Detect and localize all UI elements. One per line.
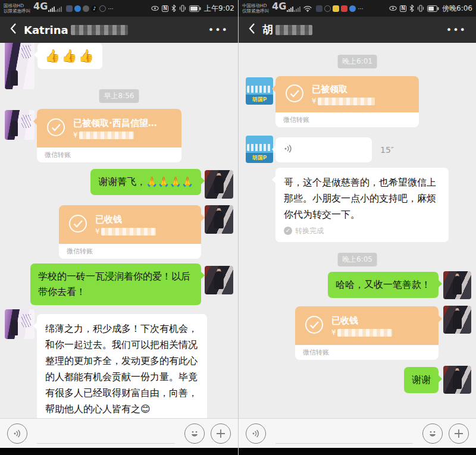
user-avatar[interactable]	[205, 205, 233, 234]
contact-avatar[interactable]	[5, 309, 35, 339]
transfer-message[interactable]: 已被领取 ¥ 微信转账	[275, 76, 419, 127]
user-avatar[interactable]	[205, 266, 233, 294]
notification-app-icon	[99, 5, 106, 12]
voice-duration: 15″	[380, 145, 394, 155]
transfer-footer: 微信转账	[275, 112, 419, 127]
status-time: 上午9:02	[204, 4, 234, 14]
left-phone-screen: 国移动HD 以限紧急呼叫 4G ♪ ⋯ N 上午9:02	[0, 0, 238, 455]
android-nav-strip	[239, 448, 476, 455]
chat-title: 胡	[262, 23, 312, 37]
user-avatar[interactable]	[443, 306, 471, 334]
timestamp: 晚上6:05	[337, 253, 377, 266]
text-message[interactable]: 学校的一砖一瓦浸润着你的爱！以后带你去看！	[30, 263, 201, 305]
message-input[interactable]	[275, 423, 413, 444]
left-status-bar: 国移动HD 以限紧急呼叫 4G ♪ ⋯ N 上午9:02	[0, 0, 238, 17]
user-avatar[interactable]	[443, 271, 471, 299]
voice-transcript-message[interactable]: 哥，这个是做慈善的，也希望微信上那些。小朋友一点小的支持吧，麻烦你代为转交一下。…	[275, 168, 449, 242]
carrier-line1: 国移动HD	[4, 3, 30, 8]
eye-icon	[389, 5, 397, 11]
timestamp: 早上8:56	[99, 89, 139, 103]
bluetooth-icon	[171, 5, 176, 12]
text-message[interactable]: 绵薄之力，积少成多！下次有机会，和你一起过去。我们可以把相关情况整理的更加齐全，…	[37, 314, 207, 418]
contact-avatar[interactable]	[5, 43, 35, 89]
contact-avatar[interactable]: 胡国P	[246, 136, 273, 163]
currency-symbol: ¥	[95, 227, 100, 236]
more-menu-icon[interactable]: •••	[446, 24, 466, 36]
voice-input-button[interactable]	[246, 423, 266, 444]
more-notifications-icon: ⋯	[358, 5, 364, 12]
transfer-footer: 微信转账	[37, 148, 181, 162]
emoji-button[interactable]	[184, 423, 205, 444]
timestamp: 晚上6:01	[337, 55, 377, 68]
right-nav-bar: 胡 •••	[239, 17, 476, 43]
chat-title: Katrina	[24, 24, 128, 36]
nfc-icon: N	[400, 5, 406, 12]
voice-play-icon	[284, 144, 294, 156]
more-notifications-icon: ⋯	[108, 5, 114, 12]
voice-message[interactable]	[275, 137, 372, 162]
carrier-line1: 中国移动HD	[242, 3, 269, 8]
vibrate-icon	[417, 5, 424, 12]
transfer-check-icon	[305, 315, 324, 337]
nfc-icon: N	[162, 5, 168, 12]
text-message[interactable]: 谢谢	[404, 367, 439, 393]
redacted-amount	[318, 98, 375, 105]
status-time: 傍晚6:06	[442, 4, 472, 14]
transcription-status: ✓转换完成	[284, 226, 440, 236]
sticker-message[interactable]: 👍👍👍	[37, 43, 102, 69]
right-input-bar	[239, 418, 476, 448]
redacted-name	[71, 25, 128, 35]
more-functions-button[interactable]	[449, 423, 469, 444]
carrier-line2: 以限紧急呼叫	[4, 8, 30, 14]
transfer-message[interactable]: 已被领取·西昌信望… ¥ 微信转账	[37, 109, 181, 162]
check-icon: ✓	[284, 227, 292, 235]
message-input[interactable]	[37, 423, 175, 444]
emoji-button[interactable]	[422, 423, 443, 444]
currency-symbol: ¥	[331, 328, 336, 337]
bluetooth-icon	[409, 5, 414, 12]
transfer-message[interactable]: 已收钱 ¥ 微信转账	[59, 205, 201, 259]
contact-avatar[interactable]	[5, 110, 35, 140]
transfer-message[interactable]: 已收钱 ¥ 微信转账	[295, 306, 439, 360]
redacted-amount	[79, 131, 134, 139]
android-nav-strip	[0, 448, 238, 455]
more-functions-button[interactable]	[211, 423, 231, 444]
signal-bars-icon: 4G	[272, 5, 300, 12]
redacted-amount	[101, 228, 156, 236]
redacted-name	[275, 25, 312, 35]
user-avatar[interactable]	[443, 366, 471, 394]
back-icon[interactable]	[10, 23, 17, 37]
notification-app-icon	[66, 5, 73, 12]
carrier-line2: 仅限紧急呼叫	[242, 8, 269, 14]
two-wechat-screenshots: 国移动HD 以限紧急呼叫 4G ♪ ⋯ N 上午9:02	[0, 0, 476, 455]
transfer-status: 已被领取·西昌信望…	[73, 117, 157, 129]
contact-avatar[interactable]: 胡国P	[246, 77, 273, 105]
notification-app-icon	[349, 5, 356, 12]
redacted-amount	[337, 329, 392, 337]
user-avatar[interactable]	[205, 170, 233, 199]
battery-icon	[427, 5, 439, 12]
vibrate-icon	[179, 5, 186, 12]
transfer-status: 已收钱	[331, 315, 392, 327]
right-chat-area: 晚上6:01 胡国P 已被领取 ¥ 微信转账 胡国P 15″	[239, 43, 476, 418]
left-chat-area: 👍👍👍 早上8:56 已被领取·西昌信望… ¥ 微信转账 谢谢菁飞，🙏🙏🙏🙏	[0, 43, 238, 418]
wifi-icon	[303, 5, 312, 12]
transfer-footer: 微信转账	[59, 244, 201, 259]
voice-input-button[interactable]	[7, 423, 27, 444]
more-menu-icon[interactable]: •••	[208, 24, 228, 36]
currency-symbol: ¥	[312, 97, 317, 105]
transfer-status: 已收钱	[95, 214, 156, 225]
left-input-bar	[0, 418, 238, 448]
text-message[interactable]: 哈哈，又收一笔善款！	[328, 272, 439, 298]
signal-bars-icon: 4G	[33, 5, 62, 12]
transfer-footer: 微信转账	[295, 345, 439, 360]
back-icon[interactable]	[248, 23, 255, 37]
right-status-bar: 中国移动HD 仅限紧急呼叫 4G ⋯ N 傍晚6:06	[239, 0, 476, 17]
text-message[interactable]: 谢谢菁飞，🙏🙏🙏🙏	[90, 169, 201, 195]
notification-app-icon	[316, 5, 322, 12]
transfer-check-icon	[285, 84, 304, 105]
transfer-status: 已被领取	[312, 83, 375, 95]
notification-app-icon	[83, 5, 89, 12]
notification-app-icon	[324, 5, 331, 12]
transfer-check-icon	[46, 118, 65, 139]
